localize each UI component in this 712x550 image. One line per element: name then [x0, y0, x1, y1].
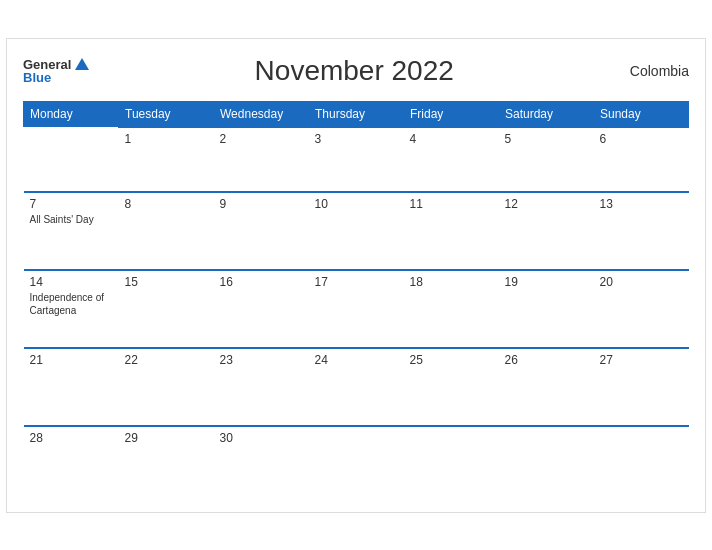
calendar-cell: 27: [594, 348, 689, 426]
day-number: 17: [315, 275, 398, 289]
calendar-cell: 30: [214, 426, 309, 504]
calendar-container: General Blue November 2022 Colombia Mond…: [6, 38, 706, 513]
day-number: 7: [30, 197, 113, 211]
day-number: 13: [600, 197, 683, 211]
logo-blue-text: Blue: [23, 71, 89, 84]
day-number: 2: [220, 132, 303, 146]
day-number: 23: [220, 353, 303, 367]
day-number: 9: [220, 197, 303, 211]
calendar-header: General Blue November 2022 Colombia: [23, 55, 689, 87]
calendar-cell: 10: [309, 192, 404, 270]
calendar-row: 7All Saints' Day8910111213: [24, 192, 689, 270]
day-number: 19: [505, 275, 588, 289]
weekday-header-wednesday: Wednesday: [214, 101, 309, 127]
day-number: 12: [505, 197, 588, 211]
calendar-cell: 21: [24, 348, 119, 426]
calendar-cell: 18: [404, 270, 499, 348]
weekday-header-friday: Friday: [404, 101, 499, 127]
calendar-cell: 2: [214, 127, 309, 192]
calendar-cell: 11: [404, 192, 499, 270]
day-number: 22: [125, 353, 208, 367]
calendar-cell: 1: [119, 127, 214, 192]
day-number: 25: [410, 353, 493, 367]
calendar-cell: 9: [214, 192, 309, 270]
calendar-row: 123456: [24, 127, 689, 192]
calendar-cell: 28: [24, 426, 119, 504]
weekday-header-sunday: Sunday: [594, 101, 689, 127]
calendar-cell: 23: [214, 348, 309, 426]
day-number: 6: [600, 132, 683, 146]
calendar-cell: 16: [214, 270, 309, 348]
weekday-header-monday: Monday: [24, 101, 119, 127]
weekday-header-thursday: Thursday: [309, 101, 404, 127]
day-number: 30: [220, 431, 303, 445]
calendar-row: 21222324252627: [24, 348, 689, 426]
day-number: 18: [410, 275, 493, 289]
day-number: 1: [125, 132, 208, 146]
weekday-row: MondayTuesdayWednesdayThursdayFridaySatu…: [24, 101, 689, 127]
calendar-cell: 22: [119, 348, 214, 426]
calendar-cell: 17: [309, 270, 404, 348]
logo-triangle-icon: [75, 58, 89, 70]
calendar-cell: 24: [309, 348, 404, 426]
calendar-grid: MondayTuesdayWednesdayThursdayFridaySatu…: [23, 101, 689, 504]
calendar-cell: [404, 426, 499, 504]
day-number: 5: [505, 132, 588, 146]
calendar-cell: 20: [594, 270, 689, 348]
calendar-title: November 2022: [89, 55, 619, 87]
calendar-cell: 29: [119, 426, 214, 504]
calendar-cell: 8: [119, 192, 214, 270]
day-event: All Saints' Day: [30, 213, 113, 226]
calendar-weekdays-header: MondayTuesdayWednesdayThursdayFridaySatu…: [24, 101, 689, 127]
day-number: 27: [600, 353, 683, 367]
day-number: 16: [220, 275, 303, 289]
calendar-cell: 4: [404, 127, 499, 192]
calendar-cell: 12: [499, 192, 594, 270]
calendar-cell: 5: [499, 127, 594, 192]
day-number: 28: [30, 431, 113, 445]
calendar-cell: 7All Saints' Day: [24, 192, 119, 270]
calendar-cell: [594, 426, 689, 504]
day-number: 4: [410, 132, 493, 146]
calendar-cell: 6: [594, 127, 689, 192]
calendar-cell: 3: [309, 127, 404, 192]
calendar-cell: 26: [499, 348, 594, 426]
day-number: 11: [410, 197, 493, 211]
day-number: 14: [30, 275, 113, 289]
calendar-cell: 19: [499, 270, 594, 348]
calendar-cell: [499, 426, 594, 504]
day-number: 3: [315, 132, 398, 146]
day-number: 8: [125, 197, 208, 211]
calendar-cell: [309, 426, 404, 504]
day-event: Independence of Cartagena: [30, 291, 113, 317]
calendar-cell: [24, 127, 119, 192]
day-number: 21: [30, 353, 113, 367]
day-number: 20: [600, 275, 683, 289]
weekday-header-tuesday: Tuesday: [119, 101, 214, 127]
calendar-cell: 25: [404, 348, 499, 426]
day-number: 24: [315, 353, 398, 367]
day-number: 29: [125, 431, 208, 445]
day-number: 15: [125, 275, 208, 289]
weekday-header-saturday: Saturday: [499, 101, 594, 127]
country-label: Colombia: [619, 63, 689, 79]
calendar-row: 282930: [24, 426, 689, 504]
calendar-cell: 15: [119, 270, 214, 348]
calendar-body: 1234567All Saints' Day891011121314Indepe…: [24, 127, 689, 504]
logo-general-text: General: [23, 58, 71, 71]
logo: General Blue: [23, 58, 89, 84]
calendar-cell: 14Independence of Cartagena: [24, 270, 119, 348]
day-number: 26: [505, 353, 588, 367]
day-number: 10: [315, 197, 398, 211]
calendar-row: 14Independence of Cartagena151617181920: [24, 270, 689, 348]
calendar-cell: 13: [594, 192, 689, 270]
